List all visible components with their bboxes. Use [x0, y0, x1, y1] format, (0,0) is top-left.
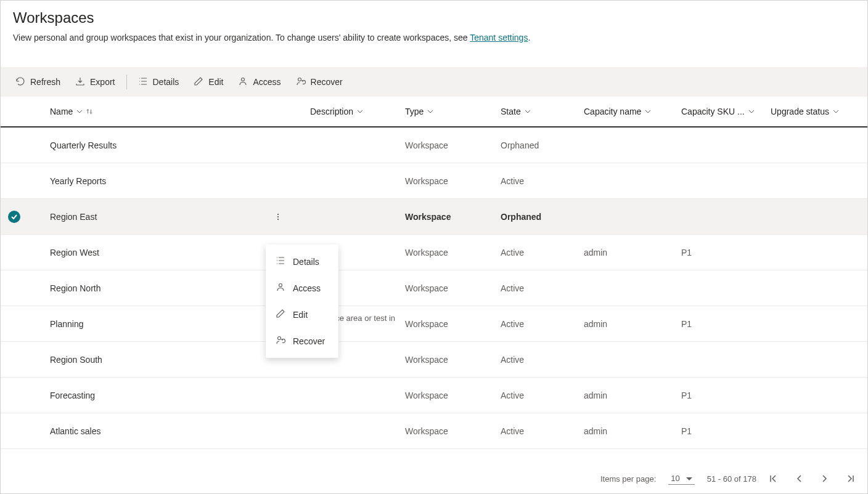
- toolbar: Refresh Export Details Edit Access Recov…: [1, 67, 867, 97]
- table-row[interactable]: Region EastWorkspaceOrphaned: [1, 199, 867, 235]
- refresh-label: Refresh: [30, 77, 60, 87]
- desc-suffix: .: [528, 33, 530, 43]
- export-label: Export: [90, 77, 115, 87]
- row-capacity-name-cell: admin: [584, 426, 681, 436]
- chevron-down-icon: [833, 107, 839, 116]
- next-page-button[interactable]: [821, 474, 829, 483]
- col-upgrade-status-header[interactable]: Upgrade status: [771, 107, 860, 116]
- table-row[interactable]: Region WestWorkspaceActiveadminP1: [1, 235, 867, 270]
- chevron-down-icon: [525, 107, 531, 116]
- context-details[interactable]: Details: [266, 248, 338, 275]
- recover-icon: [276, 335, 285, 347]
- row-capacity-name-cell: admin: [584, 248, 681, 257]
- last-page-button[interactable]: [846, 474, 855, 483]
- col-name-label: Name: [50, 107, 73, 116]
- table-row[interactable]: ForecastingWorkspaceActiveadminP1: [1, 378, 867, 413]
- context-edit[interactable]: Edit: [266, 301, 338, 328]
- table-row[interactable]: PlanningorkSpace area or test in BBTWork…: [1, 306, 867, 342]
- col-upgrade-status-label: Upgrade status: [771, 107, 829, 116]
- row-state-cell: Active: [501, 355, 584, 365]
- row-type-cell: Workspace: [405, 248, 501, 257]
- row-state-cell: Active: [501, 426, 584, 436]
- table-row[interactable]: Quarterly ResultsWorkspaceOrphaned: [1, 128, 867, 163]
- edit-icon: [276, 309, 285, 320]
- col-type-label: Type: [405, 107, 424, 116]
- row-name-cell: Atlantic sales: [50, 426, 310, 436]
- row-type-cell: Workspace: [405, 176, 501, 186]
- sort-icon: [86, 108, 92, 115]
- row-type-cell: Workspace: [405, 355, 501, 365]
- access-label: Access: [253, 77, 280, 87]
- row-context-menu: Details Access Edit Recover: [266, 245, 338, 358]
- table-row[interactable]: Region NorthWorkspaceActive: [1, 270, 867, 306]
- row-state-cell: Active: [501, 283, 584, 293]
- details-label: Details: [153, 77, 179, 87]
- col-capacity-name-header[interactable]: Capacity name: [584, 107, 681, 116]
- toolbar-separator: [126, 75, 127, 89]
- access-button[interactable]: Access: [231, 71, 288, 93]
- table-row[interactable]: Yearly ReportsWorkspaceActive: [1, 163, 867, 199]
- edit-button[interactable]: Edit: [186, 71, 231, 93]
- chevron-down-icon: [427, 107, 433, 116]
- export-button[interactable]: Export: [68, 71, 122, 93]
- row-state-cell: Active: [501, 248, 584, 257]
- tenant-settings-link[interactable]: Tenant settings: [470, 33, 528, 43]
- col-type-header[interactable]: Type: [405, 107, 501, 116]
- col-capacity-name-label: Capacity name: [584, 107, 641, 116]
- recover-label: Recover: [311, 77, 343, 87]
- edit-label: Edit: [208, 77, 223, 87]
- row-state-cell: Orphaned: [501, 140, 584, 150]
- row-capacity-name-cell: admin: [584, 319, 681, 329]
- table-row[interactable]: Region SouthWorkspaceActive: [1, 342, 867, 378]
- checked-icon: [8, 211, 20, 223]
- row-capacity-sku-cell: P1: [681, 426, 771, 436]
- desc-text: View personal and group workspaces that …: [13, 33, 470, 43]
- details-icon: [276, 256, 285, 267]
- svg-point-4: [277, 219, 279, 220]
- context-details-label: Details: [293, 257, 319, 267]
- details-button[interactable]: Details: [131, 71, 187, 93]
- col-state-header[interactable]: State: [501, 107, 584, 116]
- col-description-header[interactable]: Description: [310, 107, 405, 116]
- svg-point-0: [242, 78, 245, 81]
- row-state-cell: Active: [501, 319, 584, 329]
- items-per-page-label: Items per page:: [600, 474, 656, 484]
- col-description-label: Description: [310, 107, 353, 116]
- row-type-cell: Workspace: [405, 140, 501, 150]
- row-checkbox-cell[interactable]: [8, 211, 50, 223]
- context-recover-label: Recover: [293, 336, 325, 346]
- chevron-down-icon: [357, 107, 363, 116]
- items-per-page-select[interactable]: 10: [668, 472, 694, 485]
- pagination-range: 51 - 60 of 178: [707, 474, 756, 484]
- table-header: Name Description Type State Capacity nam…: [1, 97, 867, 128]
- row-type-cell: Workspace: [405, 283, 501, 293]
- edit-icon: [194, 76, 203, 88]
- row-type-cell: Workspace: [405, 319, 501, 329]
- row-type-cell: Workspace: [405, 426, 501, 436]
- more-options-button[interactable]: [271, 212, 285, 222]
- row-name-cell: Region East: [50, 212, 310, 222]
- export-icon: [75, 76, 85, 88]
- chevron-down-icon: [645, 107, 651, 116]
- recover-button[interactable]: Recover: [289, 71, 350, 93]
- chevron-down-icon: [76, 107, 83, 116]
- row-state-cell: Active: [501, 176, 584, 186]
- refresh-button[interactable]: Refresh: [8, 71, 68, 93]
- row-state-cell: Orphaned: [501, 212, 584, 222]
- context-recover[interactable]: Recover: [266, 328, 338, 354]
- row-state-cell: Active: [501, 391, 584, 400]
- access-icon: [276, 282, 285, 294]
- table-row[interactable]: Atlantic salesWorkspaceActiveadminP1: [1, 413, 867, 449]
- recover-icon: [296, 76, 306, 88]
- prev-page-button[interactable]: [795, 474, 803, 483]
- context-access-label: Access: [293, 283, 321, 293]
- dropdown-icon: [686, 474, 692, 483]
- col-name-header[interactable]: Name: [50, 107, 310, 116]
- col-capacity-sku-header[interactable]: Capacity SKU ...: [681, 107, 771, 116]
- items-per-page-value: 10: [671, 474, 679, 483]
- chevron-down-icon: [748, 107, 755, 116]
- pagination: Items per page: 10 51 - 60 of 178: [600, 472, 855, 485]
- first-page-button[interactable]: [769, 474, 777, 483]
- context-access[interactable]: Access: [266, 275, 338, 301]
- page-title: Workspaces: [13, 9, 855, 26]
